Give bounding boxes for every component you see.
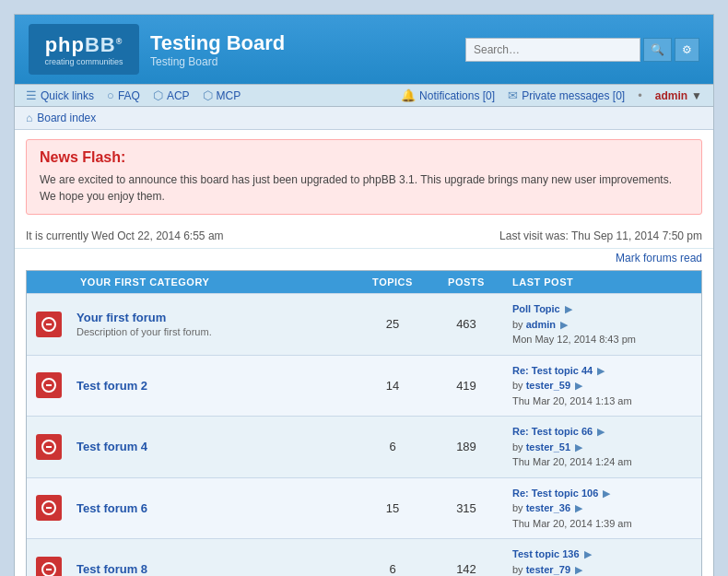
forum-status-icon	[36, 312, 62, 337]
logo-area: phpBB® creating communities Testing Boar…	[29, 24, 285, 75]
admin-username: admin	[655, 89, 687, 102]
last-post-user[interactable]: tester_79	[526, 564, 570, 575]
forum-name-link[interactable]: Test forum 6	[76, 501, 350, 515]
forum-topics-count: 6	[356, 432, 429, 461]
user-profile-icon: ▶	[560, 319, 568, 330]
no-new-posts-icon	[41, 317, 56, 332]
no-new-posts-icon	[41, 562, 56, 576]
forum-name-link[interactable]: Test forum 8	[76, 562, 350, 576]
forum-posts-count: 463	[429, 310, 503, 338]
last-post-date: Mon May 12, 2014 8:43 pm	[512, 334, 636, 345]
col-lastpost-header: LAST POST	[503, 271, 701, 293]
no-new-posts-icon	[41, 500, 56, 515]
forum-category-header: YOUR FIRST CATEGORY TOPICS POSTS LAST PO…	[27, 271, 701, 293]
last-post-user[interactable]: tester_36	[526, 502, 570, 513]
last-topic-link[interactable]: Test topic 136	[512, 548, 580, 559]
faq-label: FAQ	[118, 89, 140, 102]
private-messages-link[interactable]: ✉ Private messages [0]	[508, 88, 625, 102]
home-icon: ⌂	[26, 112, 32, 124]
last-topic-link[interactable]: Re: Test topic 44	[512, 365, 593, 376]
forum-info-col: Test forum 4	[71, 432, 356, 461]
forum-description: Description of your first forum.	[76, 326, 350, 337]
mcp-link[interactable]: ⬡ MCP	[203, 88, 241, 102]
user-profile-icon: ▶	[575, 380, 582, 391]
forum-topics-count: 15	[356, 494, 429, 523]
last-post-date: Thu Mar 20, 2014 1:13 am	[512, 395, 632, 406]
news-flash: News Flash: We are excited to announce t…	[26, 139, 702, 215]
user-profile-icon: ▶	[575, 502, 582, 513]
forum-topics-count: 25	[356, 310, 429, 338]
notifications-link[interactable]: 🔔 Notifications [0]	[401, 88, 495, 102]
forum-posts-count: 315	[429, 494, 503, 523]
forum-rows-container: Your first forum Description of your fir…	[27, 293, 701, 576]
forum-row: Test forum 6 15 315 Re: Test topic 106 ▶…	[27, 477, 701, 539]
logo[interactable]: phpBB® creating communities	[29, 24, 139, 75]
forum-icon-col	[27, 427, 71, 467]
user-profile-icon: ▶	[575, 441, 582, 453]
forum-posts-count: 142	[429, 555, 503, 576]
forum-status-icon	[36, 557, 62, 576]
last-post-date: Thu Mar 20, 2014 1:39 am	[512, 518, 632, 529]
forum-table: YOUR FIRST CATEGORY TOPICS POSTS LAST PO…	[26, 270, 702, 576]
no-new-posts-icon	[41, 378, 56, 393]
view-post-icon: ▶	[597, 426, 605, 437]
quick-links-menu[interactable]: ☰ Quick links	[26, 88, 94, 102]
navbar: ☰ Quick links ○ FAQ ⬡ ACP ⬡ MCP 🔔 Notifi…	[15, 84, 713, 107]
mark-read-bar: Mark forums read	[15, 249, 713, 270]
forum-name-link[interactable]: Test forum 4	[76, 440, 350, 453]
header: phpBB® creating communities Testing Boar…	[15, 15, 713, 84]
view-post-icon: ▶	[565, 303, 572, 314]
forum-row: Test forum 4 6 189 Re: Test topic 66 ▶ b…	[27, 416, 701, 477]
board-title-area: Testing Board Testing Board	[150, 31, 285, 68]
forum-posts-count: 419	[429, 371, 503, 400]
forum-status-icon	[36, 434, 62, 460]
user-profile-icon: ▶	[575, 564, 582, 575]
faq-icon: ○	[107, 88, 114, 102]
forum-topics-count: 14	[356, 371, 429, 400]
col-topics-header: TOPICS	[356, 271, 429, 293]
forum-name-link[interactable]: Test forum 2	[76, 379, 350, 393]
faq-link[interactable]: ○ FAQ	[107, 88, 140, 102]
search-input[interactable]	[465, 38, 640, 62]
forum-icon-col	[27, 488, 71, 528]
last-post-user[interactable]: admin	[526, 319, 556, 330]
quick-links-label: Quick links	[41, 89, 94, 102]
notifications-label: Notifications [0]	[419, 89, 495, 102]
last-topic-link[interactable]: Poll Topic	[512, 303, 560, 314]
logo-tagline: creating communities	[44, 57, 123, 66]
last-topic-link[interactable]: Re: Test topic 106	[512, 488, 598, 499]
flash-body: We are excited to announce this board ha…	[40, 171, 688, 205]
mcp-icon: ⬡	[203, 88, 213, 102]
forum-row: Test forum 2 14 419 Re: Test topic 44 ▶ …	[27, 355, 701, 417]
separator: •	[638, 88, 642, 102]
user-menu[interactable]: admin ▼	[655, 89, 702, 102]
acp-link[interactable]: ⬡ ACP	[153, 88, 190, 102]
last-post-by: by	[512, 564, 526, 575]
current-time: It is currently Wed Oct 22, 2014 6:55 am	[26, 229, 224, 242]
board-index-link[interactable]: Board index	[37, 112, 96, 124]
forum-row: Your first forum Description of your fir…	[27, 293, 701, 355]
last-post-by: by	[512, 319, 526, 330]
forum-lastpost-col: Poll Topic ▶ by admin ▶ Mon May 12, 2014…	[503, 294, 701, 355]
last-post-user[interactable]: tester_51	[526, 441, 570, 453]
col-posts-header: POSTS	[429, 271, 503, 293]
last-visit: Last visit was: Thu Sep 11, 2014 7:50 pm	[499, 229, 702, 242]
last-topic-link[interactable]: Re: Test topic 66	[512, 426, 593, 437]
forum-info-col: Test forum 2	[71, 371, 356, 400]
view-post-icon: ▶	[584, 548, 592, 559]
search-button[interactable]: 🔍	[643, 38, 672, 62]
forum-lastpost-col: Re: Test topic 44 ▶ by tester_59 ▶ Thu M…	[503, 356, 701, 417]
last-post-by: by	[512, 441, 526, 453]
forum-name-link[interactable]: Your first forum	[76, 311, 350, 324]
mcp-label: MCP	[217, 89, 241, 102]
last-post-user[interactable]: tester_59	[526, 380, 570, 391]
no-new-posts-icon	[41, 440, 56, 454]
flash-title: News Flash:	[40, 149, 688, 166]
advanced-search-button[interactable]: ⚙	[675, 38, 699, 62]
last-post-by: by	[512, 502, 526, 513]
envelope-icon: ✉	[508, 88, 518, 102]
forum-posts-count: 189	[429, 432, 503, 461]
mark-forums-read-link[interactable]: Mark forums read	[616, 252, 702, 264]
nav-left: ☰ Quick links ○ FAQ ⬡ ACP ⬡ MCP	[26, 88, 241, 102]
forum-icon-col	[27, 304, 71, 345]
